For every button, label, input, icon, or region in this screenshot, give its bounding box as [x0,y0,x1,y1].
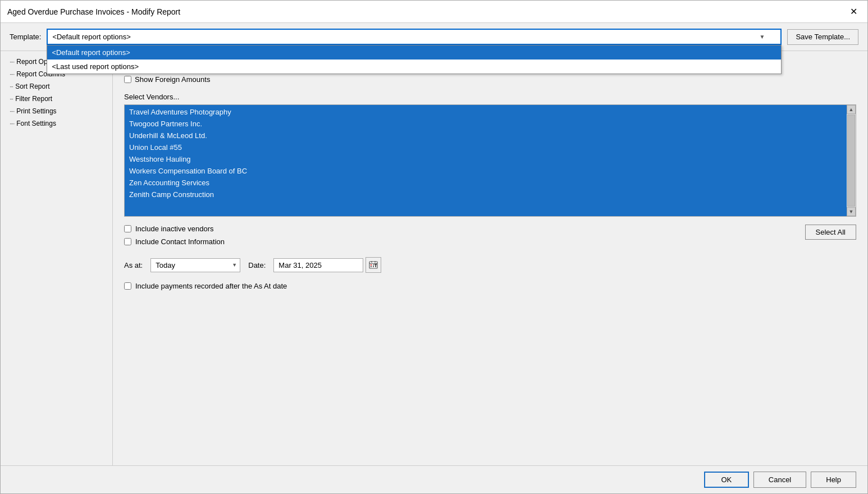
options-row: Include inactive vendors Include Contact… [124,225,856,246]
bottom-bar: OK Cancel Help [1,465,867,493]
calendar-button[interactable] [366,257,381,273]
show-foreign-row: Show Foreign Amounts [124,75,856,84]
sidebar-item-filter-report[interactable]: ··· Filter Report [1,93,112,105]
svg-rect-6 [375,264,376,266]
save-template-button[interactable]: Save Template... [787,29,858,45]
dots-icon: ···· [10,71,14,77]
cancel-button[interactable]: Cancel [753,472,806,488]
template-label: Template: [10,33,41,41]
svg-rect-7 [371,266,372,267]
content-area: Report Type: Summary Detail Show Foreign… [113,51,867,465]
select-all-button[interactable]: Select All [805,225,856,240]
title-bar: Aged Overdue Purchase Invoices - Modify … [1,1,867,23]
template-select[interactable]: <Default report options> ▼ [47,29,782,45]
help-button[interactable]: Help [811,472,856,488]
vendor-item[interactable]: Westshore Hauling [125,153,856,165]
calendar-icon [369,260,378,269]
vendor-item[interactable]: Union Local #55 [125,141,856,153]
close-button[interactable]: ✕ [847,5,861,18]
chevron-down-icon: ▼ [760,34,765,40]
svg-rect-8 [373,266,374,267]
scrollbar-thumb[interactable] [847,115,855,207]
vendor-item[interactable]: Zen Accounting Services [125,177,856,189]
vendor-item[interactable]: Travel Adventures Photography [125,106,856,118]
as-at-row: As at: Today Custom Date ▼ Date: Mar 31,… [124,257,856,273]
as-at-select[interactable]: Today Custom Date [150,258,240,272]
template-dropdown-list: <Default report options> <Last used repo… [47,45,782,74]
dots-icon: ···· [10,58,14,65]
sidebar-item-print-settings[interactable]: ···· Print Settings [1,105,112,117]
vendor-item[interactable]: Zenith Camp Construction [125,189,856,200]
include-inactive-checkbox[interactable] [124,225,131,232]
dialog-title: Aged Overdue Purchase Invoices - Modify … [7,7,180,16]
checkboxes-col: Include inactive vendors Include Contact… [124,225,225,246]
scrollbar-track: ▲ ▼ [847,105,856,216]
sidebar-item-label: Print Settings [16,107,56,115]
select-vendors-label: Select Vendors... [124,93,856,101]
as-at-label: As at: [124,261,143,269]
template-option-last-used[interactable]: <Last used report options> [47,60,781,74]
sidebar-item-sort-report[interactable]: ··· Sort Report [1,80,112,93]
template-dropdown-wrapper: <Default report options> ▼ <Default repo… [47,29,782,45]
scrollbar-up-button[interactable]: ▲ [847,105,856,114]
include-contact-checkbox[interactable] [124,238,131,245]
include-payments-row: Include payments recorded after the As A… [124,282,856,290]
dots-icon: ···· [10,108,14,115]
sidebar-item-label: Sort Report [15,83,49,90]
sidebar-item-font-settings[interactable]: ···· Font Settings [1,117,112,130]
template-row: Template: <Default report options> ▼ <De… [1,23,867,51]
main-content: ···· Report Options ···· Report Columns … [1,51,867,465]
dots-icon: ··· [10,95,13,102]
include-contact-checkbox-item[interactable]: Include Contact Information [124,237,225,246]
include-inactive-label: Include inactive vendors [135,225,213,233]
dialog: Aged Overdue Purchase Invoices - Modify … [0,0,868,494]
vendors-list-container[interactable]: Travel Adventures Photography Twogood Pa… [124,104,856,217]
show-foreign-checkbox[interactable] [124,76,131,83]
vendors-list: Travel Adventures Photography Twogood Pa… [125,105,856,202]
date-select[interactable]: Mar 31, 2025 [273,258,363,272]
show-foreign-label[interactable]: Show Foreign Amounts [135,75,210,84]
template-selected-value: <Default report options> [52,33,130,41]
include-payments-checkbox[interactable] [124,282,131,290]
date-label: Date: [248,261,266,269]
svg-rect-9 [375,266,376,267]
include-inactive-checkbox-item[interactable]: Include inactive vendors [124,225,225,233]
scrollbar-down-button[interactable]: ▼ [847,207,856,216]
vendor-item[interactable]: Workers Compensation Board of BC [125,165,856,177]
sidebar-item-label: Filter Report [15,95,52,103]
date-select-wrapper: Mar 31, 2025 ▼ [273,257,381,273]
dots-icon: ··· [10,83,13,90]
svg-rect-5 [373,264,374,266]
include-contact-label: Include Contact Information [135,237,225,246]
vendor-item[interactable]: Twogood Partners Inc. [125,118,856,130]
template-option-default[interactable]: <Default report options> [47,45,781,60]
ok-button[interactable]: OK [704,472,749,488]
vendor-item[interactable]: Underhill & McLeod Ltd. [125,130,856,141]
dots-icon: ···· [10,120,14,127]
svg-rect-4 [371,264,372,266]
sidebar: ···· Report Options ···· Report Columns … [1,51,113,465]
include-payments-label[interactable]: Include payments recorded after the As A… [135,282,287,290]
as-at-select-wrapper: Today Custom Date ▼ [150,258,240,272]
sidebar-item-label: Font Settings [16,120,56,127]
